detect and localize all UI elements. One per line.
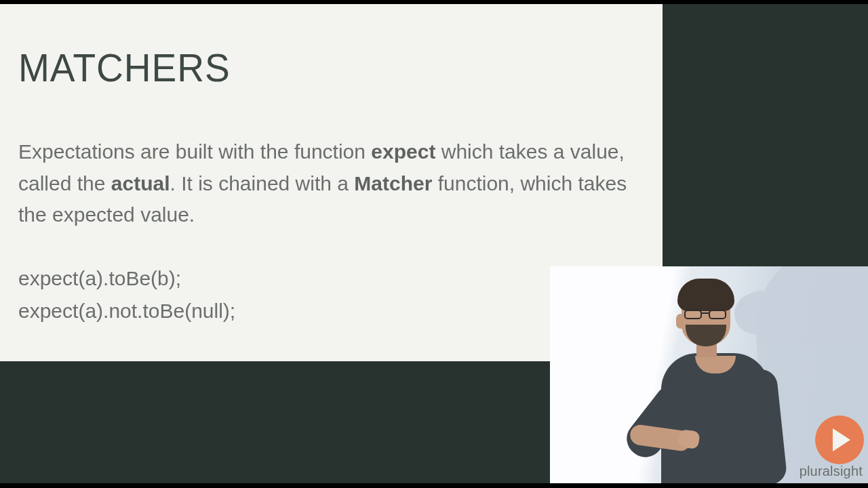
backdrop-right: [663, 4, 868, 267]
presenter-figure: [633, 274, 789, 483]
code-line: expect(a).toBe(b);: [18, 262, 629, 295]
slide-code-block: expect(a).toBe(b); expect(a).not.toBe(nu…: [18, 262, 629, 327]
letterbox-bottom: [0, 483, 868, 488]
presenter-camera: pluralsight: [550, 266, 868, 483]
brand-watermark: pluralsight: [800, 464, 863, 479]
code-line: expect(a).not.toBe(null);: [18, 295, 629, 327]
body-bold-matcher: Matcher: [354, 172, 432, 195]
body-text: . It is chained with a: [170, 172, 354, 195]
slide-body: Expectations are built with the function…: [18, 136, 629, 231]
body-bold-expect: expect: [371, 140, 435, 163]
body-text: Expectations are built with the function: [18, 140, 371, 163]
video-frame: MATCHERS Expectations are built with the…: [0, 0, 868, 488]
backdrop-bottom: [0, 361, 550, 484]
slide-title: MATCHERS: [18, 45, 598, 90]
play-icon[interactable]: [815, 415, 864, 464]
body-bold-actual: actual: [111, 172, 170, 195]
play-triangle-icon: [833, 428, 850, 451]
